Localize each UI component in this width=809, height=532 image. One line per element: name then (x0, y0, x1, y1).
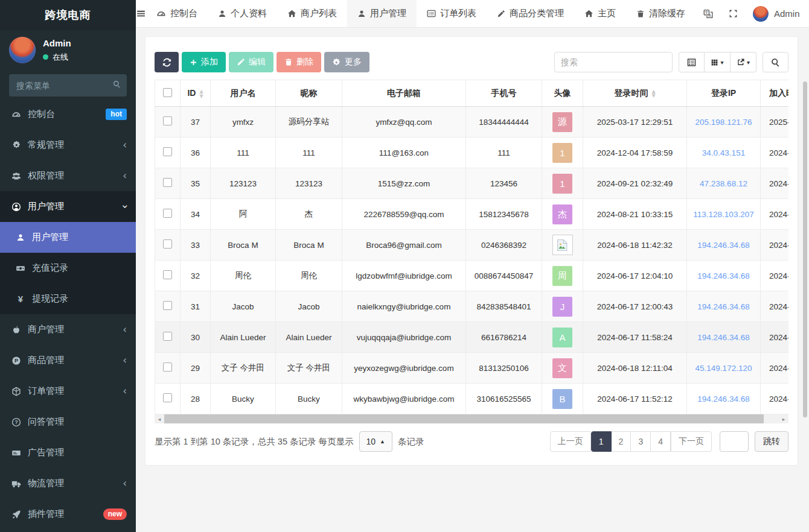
cell-login-time: 2024-12-04 17:58:59 (583, 138, 687, 168)
refresh-button[interactable] (155, 52, 179, 72)
sidebar-item-ads[interactable]: 广告管理 (0, 437, 136, 468)
jump-button[interactable]: 跳转 (755, 431, 788, 452)
add-button[interactable]: 添加 (182, 52, 226, 72)
navbar-user[interactable]: Admin (746, 6, 807, 22)
search-icon (113, 80, 121, 88)
sidebar-item-users-group[interactable]: 用户管理‹ (0, 191, 136, 222)
hamburger-icon[interactable] (136, 0, 146, 27)
pen-icon (497, 10, 505, 18)
sidebar-item-qa[interactable]: ?问答管理 (0, 407, 136, 437)
row-checkbox[interactable] (163, 393, 172, 402)
tab-merchant-list[interactable]: 商户列表 (277, 0, 347, 27)
scroll-right-arrow[interactable]: ▸ (779, 414, 788, 423)
cell-login-ip[interactable]: 205.198.121.76 (687, 107, 761, 138)
page-button-3[interactable]: 3 (631, 431, 651, 452)
cell-login-ip[interactable]: 194.246.34.68 (687, 322, 761, 353)
cell-login-ip[interactable]: 47.238.68.12 (687, 168, 761, 199)
app-title: 跨境电商 (0, 0, 136, 30)
prev-page-button[interactable]: 上一页 (550, 431, 591, 452)
cell-login-time: 2024-06-17 12:04:10 (583, 261, 687, 291)
columns-button[interactable]: ▾ (705, 52, 731, 72)
cell-nick: 123123 (276, 168, 342, 199)
cell-login-ip[interactable]: 194.246.34.68 (687, 384, 761, 414)
scrollbar-track[interactable] (164, 414, 779, 423)
cell-login-ip[interactable]: 113.128.103.207 (687, 199, 761, 230)
search-input[interactable] (554, 52, 673, 72)
ad-icon (11, 448, 21, 458)
page-button-4[interactable]: 4 (651, 431, 671, 452)
sidebar-item-merchants[interactable]: 商户管理‹ (0, 314, 136, 345)
row-checkbox[interactable] (163, 332, 172, 341)
menu-search-input[interactable] (9, 74, 127, 97)
sidebar-item-users[interactable]: 用户管理 (0, 222, 136, 253)
column-header[interactable]: 登录时间▲▼ (583, 80, 687, 107)
cell-login-ip[interactable]: 194.246.34.68 (687, 230, 761, 261)
cell-nick: 周伦 (276, 261, 342, 291)
user-status-label: 在线 (53, 52, 68, 63)
scrollbar-thumb[interactable] (164, 414, 764, 423)
row-checkbox[interactable] (163, 209, 172, 218)
row-checkbox[interactable] (163, 239, 172, 249)
delete-button[interactable]: 删除 (277, 52, 321, 72)
horizontal-scrollbar[interactable]: ◂ ▸ (155, 414, 788, 423)
sidebar-item-label: 充值记录 (32, 262, 127, 274)
jump-page-input[interactable] (720, 431, 749, 452)
more-button[interactable]: 更多 (324, 52, 369, 72)
sidebar-item-recharge-records[interactable]: 充值记录 (0, 253, 136, 283)
sidebar-item-dashboard[interactable]: 控制台hot (0, 99, 136, 130)
tab-order-list[interactable]: 订单列表 (417, 0, 487, 27)
edit-button[interactable]: 编辑 (229, 52, 273, 72)
sidebar-item-logistics[interactable]: 物流管理‹ (0, 468, 136, 499)
sidebar-item-general[interactable]: 常规管理‹ (0, 130, 136, 160)
sidebar-item-products[interactable]: P商品管理‹ (0, 345, 136, 376)
tab-clear-cache[interactable]: 清除缓存 (626, 0, 695, 27)
gear-icon (332, 58, 341, 67)
row-checkbox[interactable] (163, 301, 172, 310)
sidebar-item-orders[interactable]: 订单管理‹ (0, 376, 136, 407)
export-button[interactable]: ▾ (731, 52, 756, 72)
settings-gears-icon[interactable] (807, 0, 809, 27)
sort-icon[interactable]: ▲▼ (651, 89, 655, 98)
sidebar-item-plugins[interactable]: 插件管理new (0, 499, 136, 530)
page-size-select[interactable]: 10 ▲ (359, 431, 393, 452)
avatar: 源 (552, 112, 572, 132)
tab-profile[interactable]: 个人资料 (208, 0, 277, 27)
cell-login-ip[interactable]: 194.246.34.68 (687, 291, 761, 322)
cell-email: yeyxozegwg@iubridge.com (342, 353, 466, 384)
cell-avatar: A (542, 322, 583, 353)
tab-product-category[interactable]: 商品分类管理 (487, 0, 574, 27)
fullscreen-icon[interactable] (721, 0, 746, 27)
row-checkbox[interactable] (163, 363, 172, 372)
sidebar-item-permissions[interactable]: 权限管理‹ (0, 160, 136, 191)
vertical-scrollbar-thumb[interactable] (803, 81, 807, 417)
cube-icon (11, 387, 21, 396)
detail-view-button[interactable] (679, 52, 705, 72)
cell-login-ip[interactable]: 45.149.172.120 (687, 353, 761, 384)
sort-icon[interactable]: ▲▼ (199, 89, 203, 98)
search-button[interactable] (763, 52, 788, 72)
language-icon[interactable]: 文A (695, 0, 721, 27)
cell-login-ip[interactable]: 34.0.43.151 (687, 138, 761, 168)
cell-phone: 0246368392 (466, 230, 542, 261)
tab-user-management[interactable]: 用户管理 (347, 0, 417, 27)
tab-label: 商品分类管理 (510, 8, 564, 19)
column-header[interactable]: ID▲▼ (181, 80, 211, 107)
next-page-button[interactable]: 下一页 (671, 431, 712, 452)
row-checkbox[interactable] (163, 116, 172, 125)
page-button-2[interactable]: 2 (612, 431, 632, 452)
cell-id: 37 (181, 107, 211, 138)
tab-dashboard[interactable]: 控制台 (146, 0, 208, 27)
select-all-checkbox[interactable] (163, 88, 172, 97)
cell-avatar: 周 (542, 261, 583, 291)
cell-id: 30 (181, 322, 211, 353)
sidebar-item-withdraw-records[interactable]: ¥提现记录 (0, 283, 136, 314)
cell-login-ip[interactable]: 194.246.34.68 (687, 261, 761, 291)
page-button-1[interactable]: 1 (591, 431, 612, 452)
row-checkbox[interactable] (163, 178, 172, 187)
row-checkbox[interactable] (163, 147, 172, 156)
row-checkbox[interactable] (163, 270, 172, 279)
column-header: 手机号 (466, 80, 542, 107)
scroll-left-arrow[interactable]: ◂ (155, 414, 164, 423)
tab-home[interactable]: 主页 (574, 0, 626, 27)
sidebar-item-label: 商户管理 (28, 324, 123, 335)
